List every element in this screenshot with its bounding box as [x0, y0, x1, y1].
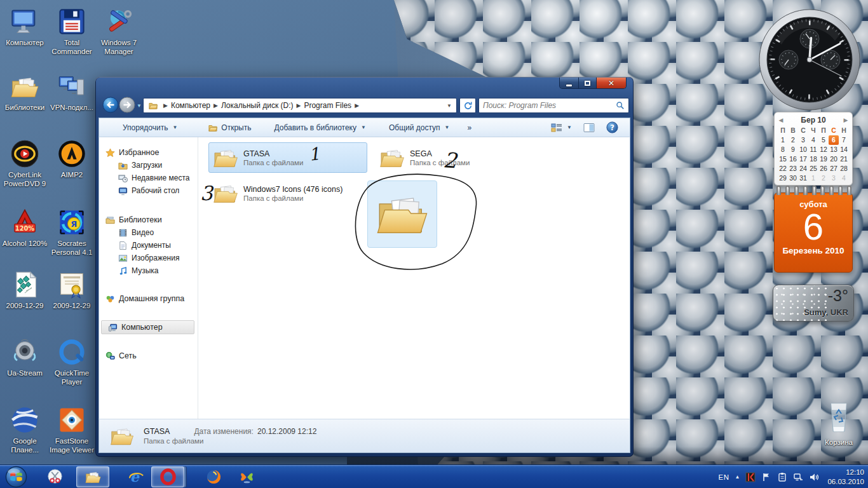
views-button[interactable]: ▼ — [548, 120, 574, 135]
calendar-day-cell[interactable]: 4 — [839, 173, 849, 183]
calendar-day-cell[interactable]: 14 — [839, 145, 849, 154]
calendar-day-cell[interactable]: 24 — [798, 164, 808, 173]
clipboard-icon[interactable] — [777, 472, 787, 482]
calendar-day-cell[interactable]: 25 — [808, 164, 818, 173]
calendar-day-cell[interactable]: 30 — [788, 173, 798, 183]
calendar-day-cell[interactable]: 1 — [778, 135, 788, 145]
calendar-day-cell[interactable]: 26 — [818, 164, 829, 173]
taskbar-button-internet-explorer-icon[interactable]: e — [122, 466, 150, 487]
search-box[interactable] — [478, 98, 629, 113]
add-to-library-button[interactable]: Добавить в библиотеку▼ — [268, 120, 371, 135]
calendar-next-icon[interactable]: ▶ — [843, 117, 849, 123]
calendar-day-cell[interactable]: 5 — [818, 135, 829, 145]
file-item[interactable]: GTASAПапка с файлами — [208, 142, 367, 173]
desktop-icon-faststone[interactable]: FastStone Image Viewer — [48, 405, 95, 455]
close-button[interactable]: ✕ — [597, 78, 626, 88]
desktop-icon-win7-manager[interactable]: Windows 7 Manager — [95, 6, 142, 57]
calendar-day-cell[interactable]: 2 — [788, 135, 798, 145]
address-dropdown-icon[interactable]: ▼ — [445, 103, 454, 109]
calendar-day-cell[interactable]: 2 — [818, 173, 829, 183]
desktop-icon-computer[interactable]: Компьютер — [1, 6, 48, 47]
sidebar-item-favorites-0[interactable]: Загрузки — [99, 159, 198, 172]
desktop-icon-socrates[interactable]: ЯSocrates Personal 4.1 — [48, 207, 95, 257]
address-bar[interactable]: ▶Компьютер▶Локальный диск (D:)▶Program F… — [143, 98, 457, 113]
file-item[interactable]: SEGAПапка с файлами — [375, 142, 534, 173]
sidebar-item-libraries[interactable]: Библиотеки — [99, 214, 198, 226]
desktop-icon-powerdvd[interactable]: CyberLink PowerDVD 9 — [1, 139, 48, 189]
taskbar-button-explorer-folder-icon[interactable] — [76, 466, 109, 487]
help-button[interactable]: ? — [604, 120, 621, 135]
action-center-flag-icon[interactable] — [761, 472, 771, 482]
taskbar-button-scissors-icon[interactable] — [41, 466, 69, 487]
organize-button[interactable]: Упорядочить▼ — [117, 120, 183, 135]
calendar-day-cell[interactable]: 20 — [829, 154, 839, 164]
recent-pages-dropdown-icon[interactable]: ▼ — [137, 103, 142, 109]
calendar-day-cell[interactable]: 22 — [778, 164, 788, 173]
back-button[interactable] — [102, 97, 119, 113]
calendar-day-cell[interactable]: 13 — [829, 145, 839, 154]
calendar-day-cell[interactable]: 29 — [778, 173, 788, 183]
taskbar-button-firefox-icon[interactable] — [200, 466, 227, 487]
sidebar-item-libraries-0[interactable]: Видео — [99, 226, 198, 239]
search-input[interactable] — [479, 101, 616, 110]
calendar-day-cell[interactable]: 10 — [798, 145, 808, 154]
calendar-day-cell[interactable]: 8 — [778, 145, 788, 154]
calendar-day-cell[interactable]: 15 — [778, 154, 788, 164]
desktop-icon-uastream[interactable]: Ua-Stream — [1, 337, 48, 377]
sidebar-item-favorites-1[interactable]: Недавние места — [99, 172, 198, 184]
forward-button[interactable] — [119, 97, 135, 113]
calendar-day-cell[interactable]: 3 — [829, 173, 839, 183]
calendar-day-cell[interactable]: 27 — [829, 164, 839, 173]
sidebar-item-favorites[interactable]: Избранное — [99, 146, 198, 159]
calendar-day-cell[interactable]: 21 — [839, 154, 849, 164]
calendar-day-cell[interactable]: 1 — [808, 173, 818, 183]
desktop-icon-doc1[interactable]: 2009-12-29 — [1, 269, 48, 310]
sidebar-item-computer[interactable]: Компьютер — [101, 320, 194, 334]
weather-gadget[interactable]: -3° Sumy, UKR — [773, 285, 854, 322]
calendar-day-cell[interactable]: 9 — [788, 145, 798, 154]
breadcrumb-item[interactable]: Program Files — [304, 101, 351, 110]
calendar-day-cell[interactable]: 28 — [839, 164, 849, 173]
desktop-icon-total-commander[interactable]: Total Commander — [48, 6, 95, 57]
kaspersky-icon[interactable] — [745, 472, 756, 482]
more-commands-button[interactable]: » — [461, 120, 477, 135]
calendar-prev-icon[interactable]: ◀ — [778, 117, 784, 123]
calendar-day-cell[interactable]: 3 — [798, 135, 808, 145]
breadcrumb-item[interactable]: Локальный диск (D:) — [221, 101, 294, 110]
sidebar-item-libraries-3[interactable]: Музыка — [99, 264, 198, 277]
desktop-icon-vpn[interactable]: VPN-подкл... — [48, 71, 95, 112]
calendar-day-cell[interactable]: 4 — [808, 135, 818, 145]
calendar-day-cell[interactable]: 18 — [808, 154, 818, 164]
volume-icon[interactable] — [809, 472, 819, 482]
file-list-pane[interactable]: GTASAПапка с файламиSEGAПапка с файламиW… — [198, 137, 630, 419]
calendar-gadget[interactable]: ◀ Бер 10 ▶ ПВСЧПСН1234567891011121314151… — [774, 112, 853, 186]
show-hidden-icons-arrow-icon[interactable]: ▲ — [735, 474, 740, 480]
taskbar-button-qip-butterfly-icon[interactable] — [233, 466, 261, 487]
sidebar-item-homegroup[interactable]: Домашняя группа — [99, 292, 198, 305]
desktop-icon-alcohol[interactable]: 120%Alcohol 120% — [1, 207, 48, 248]
start-button[interactable] — [5, 466, 27, 488]
open-button[interactable]: Открыть — [202, 120, 257, 135]
sidebar-item-libraries-2[interactable]: Изображения — [99, 252, 198, 264]
network-tray-icon[interactable] — [793, 472, 803, 482]
desktop-icon-cert[interactable]: 2009-12-29 — [48, 269, 95, 310]
calendar-day-cell[interactable]: 19 — [818, 154, 829, 164]
breadcrumb-item[interactable]: Компьютер — [171, 101, 210, 110]
calendar-day-cell[interactable]: 31 — [798, 173, 808, 183]
desktop-icon-libraries[interactable]: Библиотеки — [1, 71, 48, 112]
sidebar-item-network[interactable]: Сеть — [99, 349, 198, 362]
sidebar-item-favorites-2[interactable]: Рабочий стол — [99, 184, 198, 197]
minimize-button[interactable] — [560, 78, 579, 88]
calendar-day-cell[interactable]: 11 — [808, 145, 818, 154]
desktop-icon-aimp2[interactable]: AIMP2 — [48, 139, 95, 179]
preview-pane-button[interactable] — [581, 120, 597, 135]
desktop-icon-recycle-bin[interactable]: Корзина — [808, 400, 868, 447]
title-bar[interactable]: ✕ — [98, 77, 630, 95]
refresh-button[interactable] — [459, 98, 476, 113]
desktop-icon-googleearth[interactable]: Google Плане... — [1, 405, 48, 455]
sidebar-item-libraries-1[interactable]: Документы — [99, 239, 198, 252]
maximize-button[interactable] — [579, 78, 597, 88]
calendar-day-cell[interactable]: 16 — [788, 154, 798, 164]
calendar-day-cell[interactable]: 12 — [818, 145, 829, 154]
clock-gadget[interactable] — [757, 8, 862, 112]
